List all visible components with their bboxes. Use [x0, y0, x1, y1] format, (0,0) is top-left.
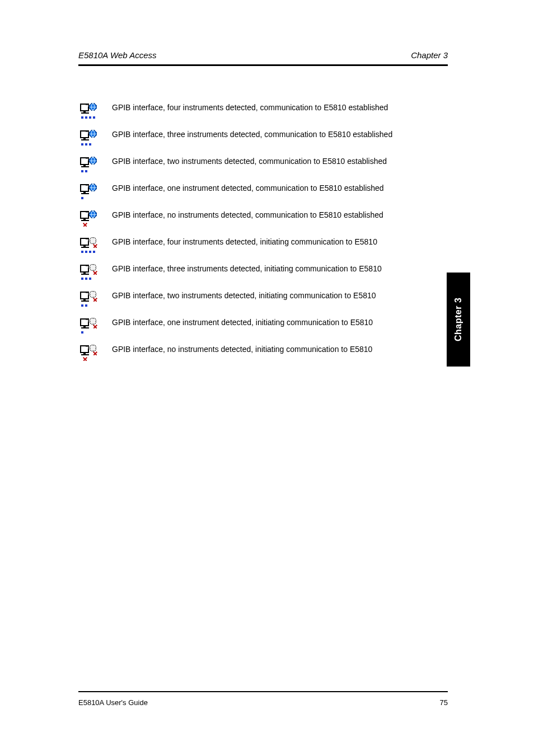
status-icon-connected-4 — [79, 102, 99, 129]
clock-icon — [79, 263, 99, 284]
svg-rect-8 — [93, 116, 95, 119]
status-icon-pending-1 — [79, 317, 99, 344]
svg-rect-30 — [81, 212, 88, 218]
status-icon-pending-none — [79, 344, 99, 370]
clock-icon — [79, 317, 99, 338]
status-icon-connected-2 — [79, 156, 99, 182]
svg-rect-75 — [85, 304, 87, 307]
svg-rect-29 — [81, 197, 83, 199]
header-rule — [78, 64, 448, 66]
svg-rect-18 — [83, 165, 86, 166]
icon-description: GPIB interface, four instruments detecte… — [112, 103, 392, 130]
clock-icon — [79, 236, 99, 257]
page-header-title: E5810A Web Access — [78, 50, 157, 60]
svg-rect-50 — [93, 251, 95, 253]
svg-rect-51 — [81, 265, 88, 272]
svg-rect-14 — [81, 143, 83, 145]
globe-icon — [79, 209, 99, 231]
svg-rect-22 — [81, 170, 83, 172]
status-icon-pending-4 — [79, 236, 99, 263]
svg-rect-52 — [83, 272, 86, 274]
svg-rect-2 — [81, 112, 89, 114]
svg-rect-6 — [85, 116, 87, 119]
footer-rule — [78, 691, 448, 692]
icon-description: GPIB interface, no instruments detected,… — [112, 210, 392, 237]
svg-rect-1 — [83, 111, 86, 112]
svg-rect-0 — [81, 104, 88, 111]
svg-rect-9 — [81, 131, 88, 138]
status-icon-pending-3 — [79, 263, 99, 290]
svg-rect-31 — [83, 218, 86, 220]
svg-rect-19 — [81, 166, 89, 167]
svg-rect-25 — [83, 191, 86, 193]
svg-rect-47 — [81, 251, 83, 253]
icon-description: GPIB interface, no instruments detected,… — [112, 345, 392, 372]
svg-rect-61 — [81, 278, 83, 280]
svg-rect-15 — [85, 143, 87, 145]
page-header-chapter: Chapter 3 — [411, 50, 448, 60]
svg-rect-78 — [81, 327, 89, 328]
svg-rect-87 — [81, 346, 88, 353]
svg-rect-63 — [89, 278, 91, 280]
svg-rect-88 — [83, 353, 86, 354]
svg-rect-37 — [81, 238, 88, 245]
svg-rect-62 — [85, 278, 87, 280]
svg-rect-7 — [89, 116, 91, 119]
icon-description: GPIB interface, one instrument detected,… — [112, 184, 392, 210]
icon-description: GPIB interface, three instruments detect… — [112, 264, 392, 291]
svg-rect-66 — [81, 300, 89, 302]
svg-rect-77 — [83, 326, 86, 327]
globe-icon — [79, 156, 99, 177]
svg-rect-10 — [83, 138, 86, 139]
svg-rect-38 — [83, 245, 86, 247]
svg-rect-5 — [81, 116, 83, 119]
svg-rect-89 — [81, 354, 89, 355]
icon-description: GPIB interface, two instruments detected… — [112, 157, 392, 184]
svg-rect-65 — [83, 299, 86, 300]
svg-rect-24 — [81, 185, 88, 191]
svg-rect-48 — [85, 251, 87, 253]
svg-rect-74 — [81, 304, 83, 307]
clock-icon — [79, 290, 99, 311]
footer-page-number: 75 — [440, 698, 448, 707]
svg-rect-17 — [81, 158, 88, 165]
svg-rect-64 — [81, 292, 88, 299]
svg-rect-11 — [81, 139, 89, 140]
svg-rect-26 — [81, 193, 89, 194]
svg-rect-53 — [81, 274, 89, 275]
svg-rect-86 — [81, 331, 83, 334]
status-icon-connected-1 — [79, 182, 99, 209]
icon-description: GPIB interface, two instruments detected… — [112, 291, 392, 318]
globe-icon — [79, 129, 99, 150]
icon-description: GPIB interface, four instruments detecte… — [112, 237, 392, 264]
status-icon-connected-none — [79, 209, 99, 236]
globe-icon — [79, 182, 99, 204]
svg-rect-23 — [85, 170, 87, 172]
clock-icon — [79, 344, 99, 365]
svg-rect-32 — [81, 220, 89, 221]
svg-rect-49 — [89, 251, 91, 253]
chapter-thumb-tab: Chapter 3 — [447, 273, 470, 367]
icon-description: GPIB interface, one instrument detected,… — [112, 318, 392, 345]
status-icon-pending-2 — [79, 290, 99, 317]
status-icon-connected-3 — [79, 129, 99, 156]
svg-rect-76 — [81, 319, 88, 326]
svg-rect-16 — [89, 143, 91, 145]
footer-doc-title: E5810A User's Guide — [78, 698, 148, 707]
icon-description: GPIB interface, three instruments detect… — [112, 130, 392, 157]
svg-rect-39 — [81, 247, 89, 248]
globe-icon — [79, 102, 99, 123]
